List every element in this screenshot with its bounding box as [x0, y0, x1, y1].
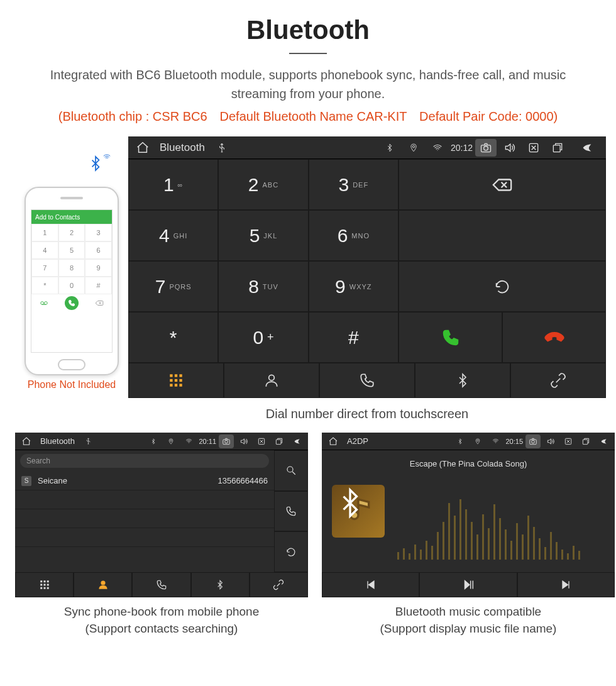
backspace-button[interactable] — [399, 159, 606, 210]
home-icon[interactable] — [326, 434, 341, 448]
voicemail-icon — [40, 299, 48, 307]
contact-row-empty — [15, 509, 274, 528]
recent-apps-icon[interactable] — [547, 139, 568, 157]
phone-backspace-icon — [95, 299, 104, 307]
tab-call-history[interactable] — [319, 363, 415, 398]
camera-icon[interactable] — [475, 139, 497, 157]
svg-point-16 — [45, 302, 48, 305]
volume-icon[interactable] — [499, 139, 520, 157]
key-0[interactable]: 0+ — [218, 312, 308, 363]
tab-link[interactable] — [250, 572, 308, 597]
wifi-icon — [181, 434, 196, 448]
volume-icon[interactable] — [543, 434, 558, 448]
contact-name: Seicane — [38, 476, 67, 485]
tab-link[interactable] — [510, 363, 606, 398]
close-box-icon[interactable] — [254, 434, 269, 448]
lead-description: Integrated with BC6 Bluetooth module, su… — [0, 65, 616, 103]
page-title: Bluetooth — [0, 0, 616, 53]
camera-icon[interactable] — [219, 434, 234, 448]
title-underline — [289, 53, 327, 54]
contact-row[interactable]: S Seicane 13566664466 — [15, 472, 274, 490]
hangup-button[interactable] — [502, 312, 606, 363]
key-3[interactable]: 3DEF — [309, 159, 399, 210]
phone-not-included-label: Phone Not Included — [28, 379, 116, 390]
phone-call-button — [65, 296, 79, 310]
home-icon[interactable] — [19, 434, 34, 448]
action-search[interactable] — [274, 450, 308, 491]
contact-row-empty — [15, 528, 274, 547]
headunit-dialer: Bluetooth 20:12 1∞2ABC3DEF4GHI5JKL6MNO7P… — [128, 136, 606, 398]
bluetooth-status-icon — [453, 434, 468, 448]
camera-icon[interactable] — [525, 434, 541, 448]
key-*[interactable]: * — [128, 312, 218, 363]
audio-visualizer — [397, 484, 605, 560]
location-icon — [470, 434, 485, 448]
tab-contacts[interactable] — [224, 363, 319, 398]
album-art — [332, 485, 385, 538]
headunit-contacts: Bluetooth 20:11 Search S Seicane — [15, 433, 308, 597]
contact-row-empty — [15, 490, 274, 509]
app-title: Bluetooth — [36, 436, 79, 446]
next-track-button[interactable] — [517, 572, 615, 597]
contact-number: 13566664466 — [217, 476, 268, 485]
wifi-icon — [488, 434, 503, 448]
prev-track-button[interactable] — [322, 572, 419, 597]
key-9[interactable]: 9WXYZ — [309, 261, 399, 312]
location-icon — [403, 139, 424, 157]
home-icon[interactable] — [132, 139, 153, 157]
app-title: A2DP — [343, 436, 372, 446]
caption-dialer: Dial number direct from touchscreen — [128, 407, 606, 421]
phone-keypad: 123456789*0# — [31, 224, 112, 294]
headunit-a2dp: A2DP 20:15 Escape (The Pina Colada Song) — [322, 433, 615, 597]
tab-call-history[interactable] — [132, 572, 190, 597]
caption-contacts: Sync phone-book from mobile phone(Suppor… — [15, 604, 308, 637]
wifi-icon — [427, 139, 448, 157]
key-8[interactable]: 8TUV — [218, 261, 308, 312]
clock: 20:12 — [451, 143, 473, 153]
clock: 20:11 — [199, 438, 216, 445]
tab-bluetooth[interactable] — [415, 363, 510, 398]
search-input[interactable]: Search — [20, 454, 269, 468]
action-refresh[interactable] — [274, 531, 308, 572]
key-5[interactable]: 5JKL — [218, 210, 308, 261]
tab-bluetooth[interactable] — [191, 572, 250, 597]
tab-dialpad[interactable] — [15, 572, 74, 597]
play-pause-button[interactable] — [419, 572, 517, 597]
recent-apps-icon[interactable] — [272, 434, 287, 448]
key-#[interactable]: # — [309, 312, 399, 363]
key-1[interactable]: 1∞ — [128, 159, 218, 210]
volume-icon[interactable] — [236, 434, 251, 448]
spec-line: (Bluetooth chip : CSR BC6 Default Blueto… — [0, 109, 616, 124]
back-icon[interactable] — [289, 434, 304, 448]
phone-screen-header: Add to Contacts — [35, 214, 80, 221]
phone-mock: Add to Contacts 123456789*0# — [25, 187, 119, 375]
back-icon[interactable] — [571, 139, 602, 157]
blank-cell — [399, 210, 606, 261]
song-title: Escape (The Pina Colada Song) — [322, 459, 615, 468]
back-icon[interactable] — [596, 434, 611, 448]
key-6[interactable]: 6MNO — [309, 210, 399, 261]
app-title: Bluetooth — [156, 141, 209, 154]
tab-dialpad[interactable] — [128, 363, 224, 398]
svg-point-15 — [41, 302, 44, 305]
call-button[interactable] — [399, 312, 502, 363]
usb-icon — [211, 139, 233, 157]
bluetooth-emit-icon — [87, 155, 113, 180]
bluetooth-status-icon — [379, 139, 400, 157]
key-2[interactable]: 2ABC — [218, 159, 308, 210]
tab-contacts[interactable] — [74, 572, 132, 597]
usb-icon — [81, 434, 96, 448]
clock: 20:15 — [505, 438, 523, 445]
contact-initial-badge: S — [21, 476, 31, 486]
action-call[interactable] — [274, 491, 308, 532]
bluetooth-status-icon — [146, 434, 161, 448]
caption-a2dp: Bluetooth music compatible(Support displ… — [322, 604, 615, 637]
location-icon — [163, 434, 179, 448]
recent-apps-icon[interactable] — [578, 434, 593, 448]
close-box-icon[interactable] — [561, 434, 576, 448]
key-4[interactable]: 4GHI — [128, 210, 218, 261]
close-box-icon[interactable] — [523, 139, 544, 157]
key-7[interactable]: 7PQRS — [128, 261, 218, 312]
refresh-button[interactable] — [399, 261, 606, 312]
